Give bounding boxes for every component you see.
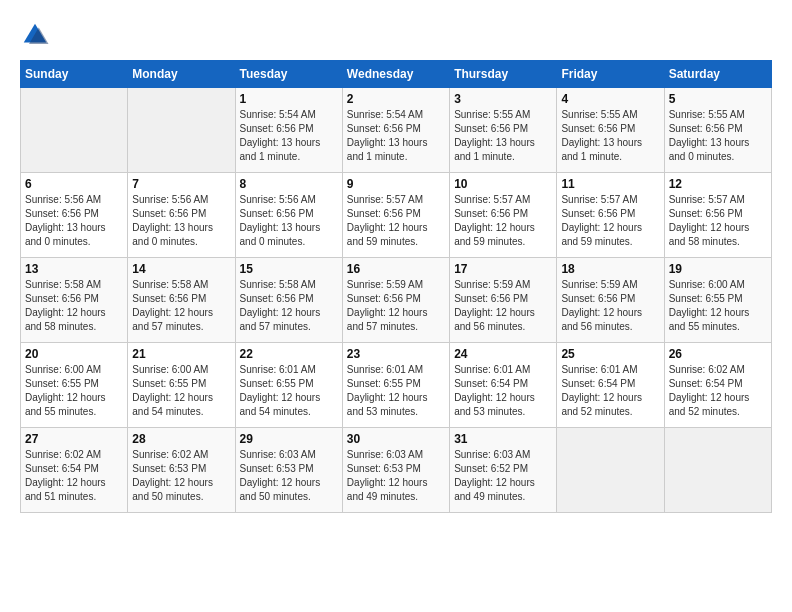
day-info: Sunrise: 6:01 AMSunset: 6:55 PMDaylight:… (347, 363, 445, 419)
calendar-week-row: 20Sunrise: 6:00 AMSunset: 6:55 PMDayligh… (21, 343, 772, 428)
day-number: 21 (132, 347, 230, 361)
day-number: 27 (25, 432, 123, 446)
calendar-cell: 19Sunrise: 6:00 AMSunset: 6:55 PMDayligh… (664, 258, 771, 343)
page-header (20, 20, 772, 50)
day-info: Sunrise: 6:03 AMSunset: 6:53 PMDaylight:… (240, 448, 338, 504)
calendar-cell: 17Sunrise: 5:59 AMSunset: 6:56 PMDayligh… (450, 258, 557, 343)
day-number: 1 (240, 92, 338, 106)
day-info: Sunrise: 6:01 AMSunset: 6:54 PMDaylight:… (454, 363, 552, 419)
calendar-cell: 18Sunrise: 5:59 AMSunset: 6:56 PMDayligh… (557, 258, 664, 343)
day-info: Sunrise: 5:57 AMSunset: 6:56 PMDaylight:… (454, 193, 552, 249)
weekday-header-tuesday: Tuesday (235, 61, 342, 88)
day-info: Sunrise: 5:57 AMSunset: 6:56 PMDaylight:… (347, 193, 445, 249)
day-info: Sunrise: 5:57 AMSunset: 6:56 PMDaylight:… (669, 193, 767, 249)
calendar-cell: 14Sunrise: 5:58 AMSunset: 6:56 PMDayligh… (128, 258, 235, 343)
logo (20, 20, 55, 50)
calendar-cell: 28Sunrise: 6:02 AMSunset: 6:53 PMDayligh… (128, 428, 235, 513)
calendar-cell: 4Sunrise: 5:55 AMSunset: 6:56 PMDaylight… (557, 88, 664, 173)
day-number: 16 (347, 262, 445, 276)
day-info: Sunrise: 6:03 AMSunset: 6:53 PMDaylight:… (347, 448, 445, 504)
calendar-cell (128, 88, 235, 173)
calendar-cell: 1Sunrise: 5:54 AMSunset: 6:56 PMDaylight… (235, 88, 342, 173)
weekday-header-thursday: Thursday (450, 61, 557, 88)
day-number: 22 (240, 347, 338, 361)
weekday-header-friday: Friday (557, 61, 664, 88)
calendar-cell (664, 428, 771, 513)
day-info: Sunrise: 5:57 AMSunset: 6:56 PMDaylight:… (561, 193, 659, 249)
day-number: 7 (132, 177, 230, 191)
day-info: Sunrise: 5:55 AMSunset: 6:56 PMDaylight:… (561, 108, 659, 164)
day-number: 9 (347, 177, 445, 191)
weekday-header-row: SundayMondayTuesdayWednesdayThursdayFrid… (21, 61, 772, 88)
calendar-cell: 12Sunrise: 5:57 AMSunset: 6:56 PMDayligh… (664, 173, 771, 258)
day-number: 20 (25, 347, 123, 361)
calendar-cell: 9Sunrise: 5:57 AMSunset: 6:56 PMDaylight… (342, 173, 449, 258)
calendar-week-row: 6Sunrise: 5:56 AMSunset: 6:56 PMDaylight… (21, 173, 772, 258)
calendar-cell: 7Sunrise: 5:56 AMSunset: 6:56 PMDaylight… (128, 173, 235, 258)
calendar-cell: 21Sunrise: 6:00 AMSunset: 6:55 PMDayligh… (128, 343, 235, 428)
day-info: Sunrise: 6:02 AMSunset: 6:53 PMDaylight:… (132, 448, 230, 504)
day-number: 24 (454, 347, 552, 361)
calendar-cell: 2Sunrise: 5:54 AMSunset: 6:56 PMDaylight… (342, 88, 449, 173)
day-number: 25 (561, 347, 659, 361)
day-number: 31 (454, 432, 552, 446)
day-number: 2 (347, 92, 445, 106)
calendar-cell: 29Sunrise: 6:03 AMSunset: 6:53 PMDayligh… (235, 428, 342, 513)
day-number: 13 (25, 262, 123, 276)
day-info: Sunrise: 5:59 AMSunset: 6:56 PMDaylight:… (347, 278, 445, 334)
day-number: 29 (240, 432, 338, 446)
day-info: Sunrise: 6:01 AMSunset: 6:55 PMDaylight:… (240, 363, 338, 419)
day-info: Sunrise: 5:58 AMSunset: 6:56 PMDaylight:… (240, 278, 338, 334)
day-number: 3 (454, 92, 552, 106)
day-info: Sunrise: 5:56 AMSunset: 6:56 PMDaylight:… (240, 193, 338, 249)
calendar-cell: 31Sunrise: 6:03 AMSunset: 6:52 PMDayligh… (450, 428, 557, 513)
day-number: 8 (240, 177, 338, 191)
calendar-cell: 3Sunrise: 5:55 AMSunset: 6:56 PMDaylight… (450, 88, 557, 173)
day-number: 10 (454, 177, 552, 191)
weekday-header-monday: Monday (128, 61, 235, 88)
day-info: Sunrise: 5:55 AMSunset: 6:56 PMDaylight:… (669, 108, 767, 164)
calendar-cell: 24Sunrise: 6:01 AMSunset: 6:54 PMDayligh… (450, 343, 557, 428)
day-info: Sunrise: 6:03 AMSunset: 6:52 PMDaylight:… (454, 448, 552, 504)
day-info: Sunrise: 6:02 AMSunset: 6:54 PMDaylight:… (25, 448, 123, 504)
day-number: 14 (132, 262, 230, 276)
day-number: 11 (561, 177, 659, 191)
calendar-cell: 5Sunrise: 5:55 AMSunset: 6:56 PMDaylight… (664, 88, 771, 173)
weekday-header-wednesday: Wednesday (342, 61, 449, 88)
day-info: Sunrise: 6:00 AMSunset: 6:55 PMDaylight:… (669, 278, 767, 334)
day-info: Sunrise: 5:58 AMSunset: 6:56 PMDaylight:… (25, 278, 123, 334)
day-info: Sunrise: 5:59 AMSunset: 6:56 PMDaylight:… (561, 278, 659, 334)
calendar-cell: 13Sunrise: 5:58 AMSunset: 6:56 PMDayligh… (21, 258, 128, 343)
calendar-table: SundayMondayTuesdayWednesdayThursdayFrid… (20, 60, 772, 513)
day-info: Sunrise: 6:00 AMSunset: 6:55 PMDaylight:… (132, 363, 230, 419)
calendar-week-row: 13Sunrise: 5:58 AMSunset: 6:56 PMDayligh… (21, 258, 772, 343)
calendar-week-row: 27Sunrise: 6:02 AMSunset: 6:54 PMDayligh… (21, 428, 772, 513)
calendar-cell: 10Sunrise: 5:57 AMSunset: 6:56 PMDayligh… (450, 173, 557, 258)
calendar-cell: 20Sunrise: 6:00 AMSunset: 6:55 PMDayligh… (21, 343, 128, 428)
day-number: 26 (669, 347, 767, 361)
calendar-cell: 8Sunrise: 5:56 AMSunset: 6:56 PMDaylight… (235, 173, 342, 258)
calendar-cell: 30Sunrise: 6:03 AMSunset: 6:53 PMDayligh… (342, 428, 449, 513)
calendar-cell: 11Sunrise: 5:57 AMSunset: 6:56 PMDayligh… (557, 173, 664, 258)
calendar-week-row: 1Sunrise: 5:54 AMSunset: 6:56 PMDaylight… (21, 88, 772, 173)
day-number: 30 (347, 432, 445, 446)
day-number: 5 (669, 92, 767, 106)
calendar-cell: 23Sunrise: 6:01 AMSunset: 6:55 PMDayligh… (342, 343, 449, 428)
day-number: 17 (454, 262, 552, 276)
weekday-header-saturday: Saturday (664, 61, 771, 88)
day-info: Sunrise: 5:54 AMSunset: 6:56 PMDaylight:… (240, 108, 338, 164)
day-info: Sunrise: 6:02 AMSunset: 6:54 PMDaylight:… (669, 363, 767, 419)
day-info: Sunrise: 6:01 AMSunset: 6:54 PMDaylight:… (561, 363, 659, 419)
calendar-cell: 25Sunrise: 6:01 AMSunset: 6:54 PMDayligh… (557, 343, 664, 428)
day-info: Sunrise: 6:00 AMSunset: 6:55 PMDaylight:… (25, 363, 123, 419)
day-info: Sunrise: 5:58 AMSunset: 6:56 PMDaylight:… (132, 278, 230, 334)
calendar-cell: 15Sunrise: 5:58 AMSunset: 6:56 PMDayligh… (235, 258, 342, 343)
day-info: Sunrise: 5:55 AMSunset: 6:56 PMDaylight:… (454, 108, 552, 164)
day-info: Sunrise: 5:59 AMSunset: 6:56 PMDaylight:… (454, 278, 552, 334)
day-info: Sunrise: 5:56 AMSunset: 6:56 PMDaylight:… (132, 193, 230, 249)
calendar-cell: 27Sunrise: 6:02 AMSunset: 6:54 PMDayligh… (21, 428, 128, 513)
day-number: 19 (669, 262, 767, 276)
day-number: 6 (25, 177, 123, 191)
calendar-cell: 16Sunrise: 5:59 AMSunset: 6:56 PMDayligh… (342, 258, 449, 343)
day-number: 15 (240, 262, 338, 276)
